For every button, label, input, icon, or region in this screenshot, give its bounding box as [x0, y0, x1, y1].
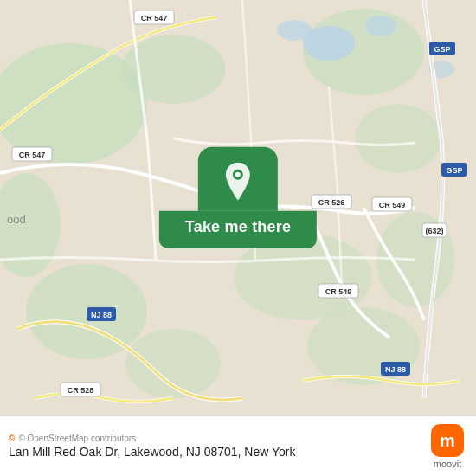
moovit-icon: m — [431, 424, 464, 457]
svg-point-12 — [277, 20, 312, 41]
map-area: CR 547 CR 547 GSP GSP CR 526 CR 549 CR 5… — [0, 0, 476, 415]
take-me-there-button[interactable]: Take me there — [159, 211, 317, 248]
svg-point-39 — [235, 172, 241, 177]
moovit-label: moovit — [434, 459, 461, 469]
svg-point-13 — [365, 16, 396, 36]
svg-text:GSP: GSP — [434, 45, 450, 54]
attribution-text: © OpenStreetMap contributors — [18, 434, 136, 443]
location-pin-icon — [222, 163, 254, 201]
svg-text:CR 547: CR 547 — [19, 151, 46, 159]
svg-text:CR 528: CR 528 — [68, 386, 94, 395]
svg-text:CR 549: CR 549 — [379, 201, 406, 209]
svg-text:(632): (632) — [425, 227, 443, 235]
svg-text:GSP: GSP — [446, 166, 462, 175]
attribution-row: © © OpenStreetMap contributors — [9, 434, 296, 443]
map-pin-area — [198, 147, 278, 211]
svg-text:m: m — [440, 431, 455, 450]
bottom-bar-info: © © OpenStreetMap contributors Lan Mill … — [9, 434, 296, 459]
svg-point-4 — [355, 104, 441, 173]
svg-text:CR 549: CR 549 — [325, 287, 352, 296]
moovit-m-icon: m — [437, 430, 458, 451]
svg-text:CR 526: CR 526 — [318, 198, 345, 207]
take-me-there-overlay: Take me there — [159, 147, 317, 248]
svg-text:ood: ood — [7, 213, 26, 226]
svg-text:NJ 88: NJ 88 — [385, 365, 406, 374]
svg-text:NJ 88: NJ 88 — [91, 311, 112, 319]
bottom-bar: © © OpenStreetMap contributors Lan Mill … — [0, 415, 476, 476]
svg-text:CR 547: CR 547 — [141, 14, 168, 23]
address-text: Lan Mill Red Oak Dr, Lakewood, NJ 08701,… — [9, 445, 296, 459]
moovit-logo-area: m moovit — [431, 424, 464, 469]
osm-logo: © — [9, 434, 15, 443]
